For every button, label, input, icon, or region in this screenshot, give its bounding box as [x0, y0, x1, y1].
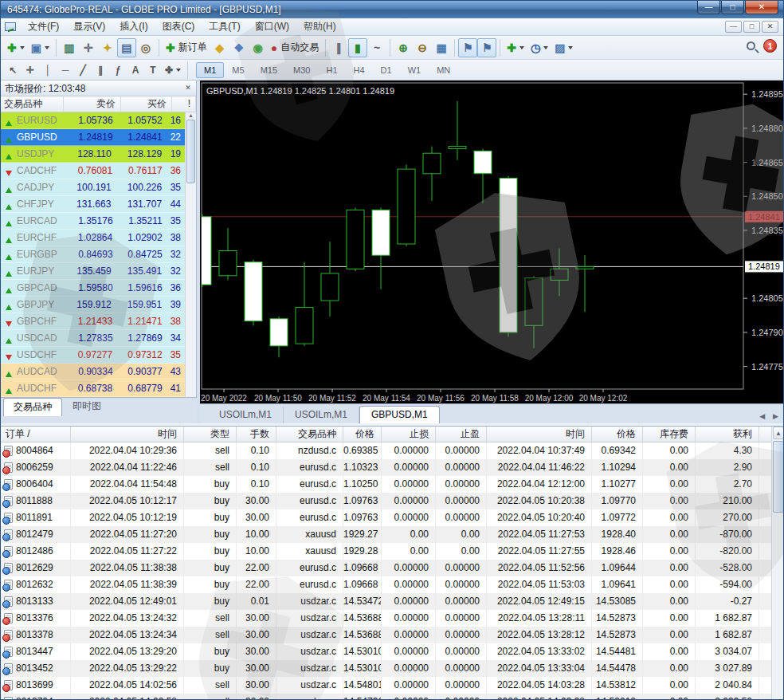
chart-tab-1[interactable]: USOILm,M1: [284, 407, 359, 423]
templates-dropdown-icon[interactable]: [568, 46, 573, 49]
order-row-8006259[interactable]: 80062592022.04.04 11:22:46sell0.10eurusd…: [1, 459, 784, 476]
orders-col-header-9[interactable]: 价格: [592, 427, 643, 442]
menu-item-file[interactable]: 文件(F): [21, 18, 66, 35]
menu-item-insert[interactable]: 插入(I): [112, 18, 155, 35]
chart-tab-0[interactable]: USOILm,M1: [208, 407, 284, 423]
order-row-8012632[interactable]: 80126322022.04.05 11:38:39buy22.00eurusd…: [1, 576, 784, 593]
candlestick-chart[interactable]: 1.248951.248801.248651.248501.248351.248…: [200, 81, 784, 403]
orders-col-header-11[interactable]: 获利: [696, 427, 759, 442]
channel-tool-button[interactable]: ∥: [92, 62, 109, 78]
market-watch-tab-0[interactable]: 交易品种: [3, 398, 62, 416]
order-row-8013704[interactable]: 80137042022.04.05 14:02:58sell30.00usdza…: [1, 694, 784, 700]
orders-col-header-3[interactable]: 手数: [237, 427, 276, 442]
orders-col-header-2[interactable]: 类型: [184, 427, 237, 442]
title-bar[interactable]: 645474: GlobePro-REAL - GLOBE PRO Limite…: [1, 1, 783, 18]
orders-col-header-0[interactable]: 订单 /: [1, 427, 71, 442]
news-button[interactable]: ◆: [210, 38, 229, 57]
arrows-tool-dropdown-icon[interactable]: [176, 69, 181, 72]
market-watch-row-gbpjpy[interactable]: GBPJPY159.912159.95139: [1, 297, 186, 313]
new-chart-dropdown-icon[interactable]: [20, 46, 25, 49]
orders-col-header-4[interactable]: 交易品种: [276, 427, 343, 442]
menu-item-help[interactable]: 帮助(H): [296, 18, 343, 35]
menu-item-charts[interactable]: 图表(C): [155, 18, 202, 35]
market-watch-row-eurusd[interactable]: EURUSD1.057361.0575216: [1, 112, 186, 129]
order-row-8004864[interactable]: 80048642022.04.04 10:29:36sell0.10nzdusd…: [1, 442, 784, 459]
new-order-button[interactable]: ✚新订单: [163, 38, 210, 57]
cursor-tool-button[interactable]: ↖: [4, 62, 22, 78]
notification-badge[interactable]: 1: [763, 39, 777, 53]
orders-col-header-1[interactable]: 时间: [71, 427, 184, 442]
periods-button[interactable]: ◷: [527, 38, 551, 57]
strategy-tester-button[interactable]: ◎: [136, 38, 155, 57]
order-row-8013378[interactable]: 80133782022.04.05 13:24:34sell30.00usdza…: [1, 627, 784, 643]
market-watch-row-gbpusd[interactable]: GBPUSD1.248191.2484122: [1, 129, 186, 146]
market-watch-row-usdjpy[interactable]: USDJPY128.110128.12919: [1, 146, 186, 163]
tab-scroll-left-icon[interactable]: ◀: [759, 412, 765, 420]
order-row-8011891[interactable]: 80118912022.04.05 10:12:19buy30.00eurusd…: [1, 509, 784, 526]
market-watch-tab-1[interactable]: 即时图: [62, 397, 112, 416]
periods-dropdown-icon[interactable]: [543, 46, 548, 49]
orders-col-header-5[interactable]: 价格: [343, 427, 382, 442]
minimize-button[interactable]: —: [697, 1, 720, 14]
text-tool-button[interactable]: A: [127, 62, 144, 78]
market-watch-close-button[interactable]: ✕: [182, 83, 194, 94]
timeframe-m1[interactable]: M1: [196, 62, 224, 78]
market-watch-row-usdcad[interactable]: USDCAD1.278351.2786934: [1, 330, 186, 347]
maximize-button[interactable]: □: [721, 1, 744, 14]
timeframe-h1[interactable]: H1: [318, 62, 345, 78]
terminal-scrollbar[interactable]: ▲: [771, 427, 784, 700]
mdi-minimize-button[interactable]: —: [725, 21, 742, 33]
timeframe-mn[interactable]: MN: [429, 62, 458, 78]
profiles-dropdown-icon[interactable]: [45, 46, 49, 49]
timeframe-m30[interactable]: M30: [285, 62, 318, 78]
market-watch-toggle-button[interactable]: ▥: [60, 38, 79, 57]
order-row-8013699[interactable]: 80136992022.04.05 14:02:56sell30.00usdza…: [1, 677, 784, 694]
templates-button[interactable]: ▨: [551, 38, 576, 57]
mw-col-header-0[interactable]: 交易品种: [1, 96, 64, 112]
market-watch-row-gbpcad[interactable]: GBPCAD1.595801.5961636: [1, 280, 186, 297]
orders-col-header-8[interactable]: 时间: [487, 427, 592, 442]
indicator-flag-1-button[interactable]: ⚑: [458, 38, 477, 57]
chart-candles-button[interactable]: ▮: [348, 38, 367, 57]
data-window-button[interactable]: ✛: [79, 38, 98, 57]
terminal-scroll-up-icon[interactable]: ▲: [773, 427, 784, 439]
scroll-up-icon[interactable]: ▲: [186, 112, 196, 118]
metaeditor-button[interactable]: ❖: [229, 38, 249, 57]
vline-tool-button[interactable]: │: [39, 62, 57, 78]
menu-item-view[interactable]: 显示(V): [66, 18, 112, 35]
market-watch-scroll-thumb[interactable]: [186, 120, 195, 183]
terminal-scroll-thumb[interactable]: [773, 441, 784, 513]
market-watch-row-cadchf[interactable]: CADCHF0.760810.7611736: [1, 163, 186, 179]
orders-col-header-6[interactable]: 止损: [382, 427, 436, 442]
order-row-8013133[interactable]: 80131332022.04.05 12:49:01buy0.01usdzar.…: [1, 593, 784, 610]
market-watch-row-eurchf[interactable]: EURCHF1.028641.0290238: [1, 230, 186, 246]
chart-bars-button[interactable]: ∥: [329, 38, 348, 57]
autotrading-button[interactable]: ●自动交易: [268, 38, 322, 57]
indicator-flag-2-button[interactable]: ⚑: [477, 38, 496, 57]
chart-tab-2[interactable]: GBPUSD,M1: [359, 406, 440, 423]
order-row-8012486[interactable]: 80124862022.04.05 11:27:22buy10.00xauusd…: [1, 543, 784, 560]
timeframe-w1[interactable]: W1: [400, 62, 429, 78]
trendline-tool-button[interactable]: ╱: [74, 62, 92, 78]
new-chart-button[interactable]: ✚: [4, 38, 28, 57]
label-tool-button[interactable]: T: [144, 62, 162, 78]
mw-col-header-2[interactable]: 买价: [121, 96, 172, 112]
mw-col-header-3[interactable]: !: [172, 96, 196, 112]
navigator-button[interactable]: ✦: [98, 38, 117, 57]
order-row-8013447[interactable]: 80134472022.04.05 13:29:20buy30.00usdzar…: [1, 643, 784, 660]
arrows-tool-button[interactable]: ✤: [162, 62, 184, 78]
mdi-restore-button[interactable]: □: [743, 21, 760, 33]
mw-col-header-1[interactable]: 卖价: [64, 96, 121, 112]
order-row-8013452[interactable]: 80134522022.04.05 13:29:22buy30.00usdzar…: [1, 660, 784, 677]
profiles-button[interactable]: ▣: [28, 38, 53, 57]
menu-item-tools[interactable]: 工具(T): [202, 18, 247, 35]
orders-col-header-7[interactable]: 止盈: [436, 427, 487, 442]
timeframe-d1[interactable]: D1: [373, 62, 400, 78]
tile-windows-button[interactable]: ▦: [432, 38, 451, 57]
order-row-8006404[interactable]: 80064042022.04.04 11:54:48buy0.10eurusd.…: [1, 476, 784, 493]
order-row-8011888[interactable]: 80118882022.04.05 10:12:17buy30.00eurusd…: [1, 493, 784, 509]
tab-scroll-right-icon[interactable]: ▶: [773, 412, 778, 420]
price-chart[interactable]: 1.248951.248801.248651.248501.248351.248…: [200, 81, 784, 403]
menu-item-window[interactable]: 窗口(W): [248, 18, 296, 35]
market-watch-row-eurgbp[interactable]: EURGBP0.846930.8472532: [1, 246, 186, 263]
